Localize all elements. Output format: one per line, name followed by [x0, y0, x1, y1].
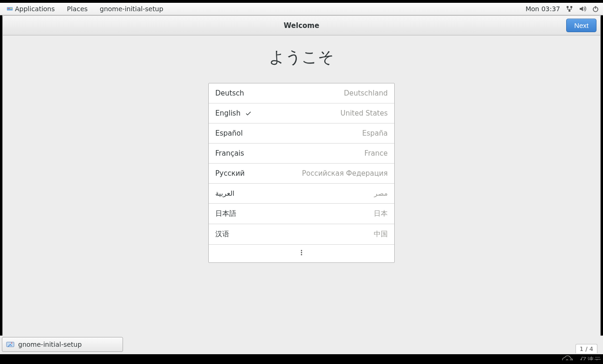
language-name: English [215, 109, 240, 117]
language-name: Español [215, 129, 243, 137]
svg-rect-1 [8, 8, 10, 9]
language-country: مصر [374, 189, 388, 198]
page-counter: 1 / 4 [576, 344, 597, 353]
language-row[interactable]: EnglishUnited States [209, 103, 394, 124]
power-icon[interactable] [592, 5, 599, 13]
language-row[interactable]: 汉语中国 [209, 224, 394, 245]
language-row[interactable]: العربيةمصر [209, 184, 394, 204]
applications-menu[interactable]: Applications [5, 4, 57, 14]
active-app-label: gnome-initial-setup [100, 5, 163, 13]
check-icon [245, 110, 252, 117]
content-area: ようこそ DeutschDeutschlandEnglishUnited Sta… [2, 35, 601, 336]
language-row[interactable]: 日本語日本 [209, 204, 394, 224]
top-panel: Applications Places gnome-initial-setup … [0, 3, 603, 15]
more-icon [298, 249, 305, 258]
setup-icon [6, 340, 14, 349]
svg-rect-3 [567, 6, 569, 8]
places-menu[interactable]: Places [65, 4, 90, 14]
language-name: Deutsch [215, 89, 244, 97]
language-row[interactable]: EspañolEspaña [209, 124, 394, 144]
applications-icon [7, 6, 13, 12]
language-name: 汉语 [215, 230, 229, 239]
language-country: United States [340, 109, 388, 117]
language-country: 日本 [374, 209, 388, 218]
language-country: Deutschland [344, 89, 388, 97]
taskbar-window-button[interactable]: gnome-initial-setup [2, 337, 123, 352]
window: Welcome Next ようこそ DeutschDeutschlandEngl… [2, 15, 601, 336]
active-app-menu[interactable]: gnome-initial-setup [98, 4, 165, 14]
network-icon[interactable] [566, 5, 573, 13]
next-button[interactable]: Next [566, 19, 596, 32]
svg-point-8 [301, 250, 302, 251]
language-name: العربية [215, 189, 234, 198]
svg-point-12 [11, 343, 12, 343]
language-list: DeutschDeutschlandEnglishUnited StatesEs… [208, 83, 395, 263]
svg-point-10 [301, 254, 302, 255]
more-languages-row[interactable] [209, 245, 394, 262]
applications-label: Applications [15, 5, 55, 13]
language-name: 日本語 [215, 209, 236, 218]
header-title: Welcome [3, 21, 600, 30]
header-bar: Welcome Next [2, 15, 601, 35]
svg-point-9 [301, 252, 302, 254]
language-country: France [364, 149, 388, 158]
svg-rect-2 [10, 8, 12, 9]
language-row[interactable]: DeutschDeutschland [209, 83, 394, 103]
places-label: Places [67, 5, 88, 13]
language-row[interactable]: РусскийРоссийская Федерация [209, 164, 394, 184]
panel-clock[interactable]: Mon 03:37 [526, 5, 560, 13]
bottom-taskbar: gnome-initial-setup 1 / 4 亿速云 [0, 336, 603, 354]
language-country: España [362, 129, 388, 137]
volume-icon[interactable] [579, 5, 586, 13]
language-country: Российская Федерация [302, 169, 388, 178]
taskbar-window-label: gnome-initial-setup [18, 341, 82, 348]
page-heading: ようこそ [269, 47, 334, 68]
language-name: Français [215, 149, 244, 158]
language-country: 中国 [374, 230, 388, 239]
svg-rect-4 [570, 6, 572, 8]
svg-rect-5 [569, 10, 570, 12]
language-name: Русский [215, 169, 245, 178]
language-row[interactable]: FrançaisFrance [209, 144, 394, 164]
